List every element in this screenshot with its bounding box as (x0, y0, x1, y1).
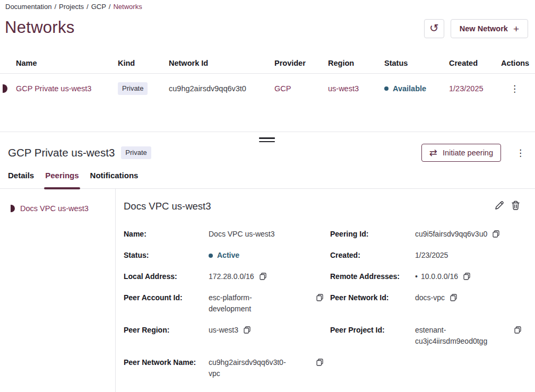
detail-kebab-menu-button[interactable]: ⋮ (513, 146, 528, 160)
copy-icon (450, 294, 457, 301)
tab-notifications[interactable]: Notifications (90, 171, 139, 188)
network-id-cell: cu9hg2airsdv9qq6v3t0 (169, 84, 274, 93)
column-header-provider: Provider (274, 59, 328, 67)
remote-address-value: 10.0.0.0/16 (421, 272, 458, 281)
breadcrumb-gcp[interactable]: GCP (91, 3, 106, 11)
pane-divider (0, 132, 535, 132)
field-label: Name: (124, 229, 209, 240)
network-provider-cell: GCP (274, 84, 328, 93)
network-detail-kind-badge: Private (121, 146, 151, 159)
plus-icon: + (513, 24, 519, 34)
drag-handle-bar (259, 141, 275, 143)
field-local-address: Local Address: 172.28.0.0/16 (124, 271, 326, 282)
field-value: Docs VPC us-west3 (209, 229, 274, 240)
copy-peer-region-button[interactable] (244, 326, 251, 334)
field-label: Peering Id: (330, 229, 415, 240)
field-label: Local Address: (124, 271, 209, 282)
edit-peering-button[interactable] (494, 201, 504, 211)
column-header-region: Region (328, 59, 384, 67)
field-label: Peer Project Id: (330, 325, 415, 336)
copy-icon (493, 230, 499, 238)
field-remote-addresses: Remote Addresses: •10.0.0.0/16 (330, 271, 524, 282)
copy-peer-network-id-button[interactable] (450, 294, 457, 301)
breadcrumb-projects[interactable]: Projects (59, 3, 84, 11)
header-actions: ↺ New Network + (424, 19, 528, 38)
refresh-button[interactable]: ↺ (424, 19, 444, 38)
row-kebab-menu-button[interactable]: ⋮ (507, 82, 522, 95)
column-header-kind: Kind (118, 59, 169, 67)
peerings-pane: Docs VPC us-west3 Docs VPC us-west3 (0, 189, 535, 392)
column-header-name: Name (16, 59, 118, 67)
peering-header-icons (494, 201, 524, 211)
status-dot-icon (384, 86, 389, 91)
copy-icon (514, 326, 521, 334)
field-peer-region: Peer Region: us-west3 (124, 325, 326, 336)
network-name-link[interactable]: GCP Private us-west3 (16, 84, 118, 93)
network-status-cell: Available (384, 84, 449, 93)
field-label: Peer Region: (124, 325, 209, 336)
copy-peer-network-name-button[interactable] (316, 359, 323, 366)
network-table-row[interactable]: GCP Private us-west3 Private cu9hg2airsd… (0, 74, 535, 103)
network-detail-header: GCP Private us-west3 Private ⇄ Initiate … (8, 144, 528, 162)
field-value: estenant-cu3jc4iirsdm9eod0tgg (415, 325, 500, 347)
network-detail-actions: ⇄ Initiate peering ⋮ (421, 144, 528, 162)
copy-peer-project-id-button[interactable] (514, 326, 521, 334)
initiate-peering-label: Initiate peering (443, 149, 493, 157)
status-badge: Available (393, 84, 426, 93)
field-label: Peer Account Id: (124, 292, 209, 303)
column-header-actions: Actions (501, 59, 535, 67)
networks-table-header: Name Kind Network Id Provider Region Sta… (0, 53, 535, 74)
field-name: Name: Docs VPC us-west3 (124, 229, 326, 240)
tab-details[interactable]: Details (8, 171, 34, 188)
kebab-icon: ⋮ (510, 84, 519, 94)
field-label: Peer Network Id: (330, 292, 415, 303)
field-created: Created: 1/23/2025 (330, 250, 524, 261)
peering-detail-header: Docs VPC us-west3 (124, 201, 524, 212)
column-header-created: Created (449, 59, 501, 67)
refresh-icon: ↺ (429, 22, 439, 34)
networks-page: Documentation/Projects/GCP/Networks Netw… (0, 0, 535, 392)
networks-table: Name Kind Network Id Provider Region Sta… (0, 53, 535, 103)
breadcrumb-separator: / (54, 3, 56, 11)
peering-fields: Name: Docs VPC us-west3 Peering Id: cu9i… (124, 229, 524, 379)
network-kind-cell: Private (118, 82, 169, 95)
sidebar-item-label: Docs VPC us-west3 (20, 204, 89, 213)
sidebar-item-docs-vpc[interactable]: Docs VPC us-west3 (0, 204, 115, 213)
breadcrumb: Documentation/Projects/GCP/Networks (5, 3, 142, 11)
network-actions-cell: ⋮ (501, 82, 535, 95)
copy-icon (316, 294, 323, 301)
network-region-cell: us-west3 (328, 84, 384, 93)
breadcrumb-separator: / (109, 3, 111, 11)
field-value: us-west3 (209, 325, 238, 336)
peering-status: Active (209, 250, 239, 261)
copy-icon (463, 273, 470, 280)
field-label: Peer Network Name: (124, 357, 209, 368)
new-network-button[interactable]: New Network + (451, 19, 528, 38)
copy-peering-id-button[interactable] (493, 230, 499, 238)
peering-arrows-icon: ⇄ (429, 148, 437, 158)
field-value: docs-vpc (415, 292, 445, 303)
copy-peer-account-id-button[interactable] (316, 294, 323, 301)
network-half-moon-icon (3, 84, 7, 93)
field-peering-id: Peering Id: cu9i5fairsdv9qq6v3u0 (330, 229, 524, 240)
copy-remote-addresses-button[interactable] (463, 273, 470, 280)
breadcrumb-separator: / (87, 3, 89, 11)
field-value: cu9i5fairsdv9qq6v3u0 (415, 229, 487, 240)
copy-local-address-button[interactable] (260, 273, 266, 280)
field-label: Status: (124, 250, 209, 261)
field-peer-network-name: Peer Network Name: cu9hg2airsdv9qq6v3t0-… (124, 357, 326, 379)
status-badge: Active (217, 250, 239, 261)
tab-peerings[interactable]: Peerings (45, 171, 79, 188)
peerings-sidebar: Docs VPC us-west3 (0, 189, 116, 392)
status-dot-icon (209, 254, 213, 258)
delete-peering-button[interactable] (511, 201, 520, 211)
field-value: 172.28.0.0/16 (209, 271, 254, 282)
detail-tabs: Details Peerings Notifications (0, 171, 535, 189)
peering-half-moon-icon (11, 205, 15, 212)
initiate-peering-button[interactable]: ⇄ Initiate peering (421, 144, 501, 162)
kind-badge: Private (118, 82, 148, 95)
column-header-network-id: Network Id (169, 59, 274, 67)
copy-icon (244, 326, 251, 334)
breadcrumb-documentation[interactable]: Documentation (5, 3, 51, 11)
trash-icon (511, 201, 520, 211)
